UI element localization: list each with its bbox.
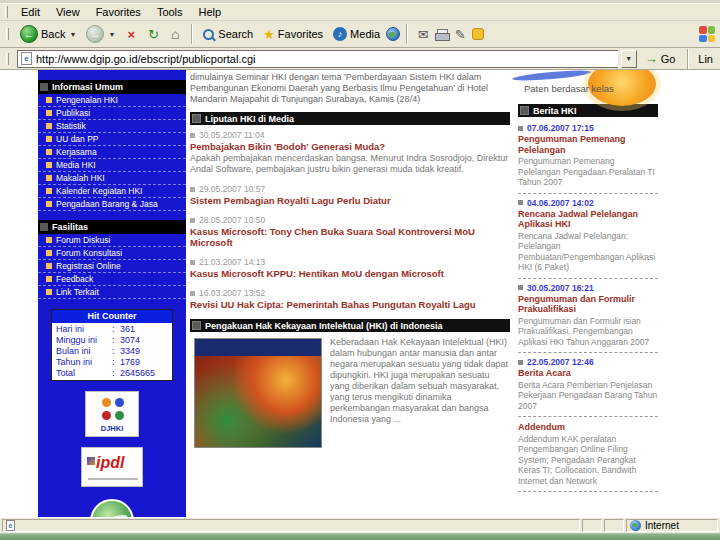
- hit-counter-title: Hit Counter: [52, 310, 172, 323]
- bullet-icon: [46, 263, 52, 269]
- counter-value: 1769: [120, 357, 140, 367]
- intro-text: dimulainya Seminar HKI dengan tema 'Pemb…: [190, 72, 510, 105]
- bullet-icon: [518, 200, 523, 205]
- news-body: Apakah pembajakan mencerdaskan bangsa. M…: [190, 153, 510, 175]
- bullet-icon: [46, 201, 52, 207]
- djhki-logo[interactable]: DJHKI: [85, 391, 139, 437]
- menu-help[interactable]: Help: [191, 5, 230, 19]
- hit-counter-row: Bulan ini3349: [52, 345, 172, 356]
- bullet-icon: [518, 126, 523, 131]
- berita-date: 30.05.2007 16:21: [518, 283, 658, 293]
- back-dropdown-icon[interactable]: ▼: [69, 31, 76, 38]
- berita-title-link[interactable]: Rencana Jadwal Pelelangan Aplikasi HKI: [518, 209, 658, 230]
- zone-label: Internet: [645, 520, 679, 531]
- mail-button[interactable]: ✉: [413, 27, 433, 42]
- print-button[interactable]: [435, 29, 448, 40]
- sidebar-item-kalender[interactable]: Kalender Kegiatan HKI: [38, 185, 186, 198]
- news-title-link[interactable]: Pembajakan Bikin 'Bodoh' Generasi Muda?: [190, 141, 510, 152]
- sidebar-item-label: Link Terkait: [56, 286, 99, 298]
- news-date: 28.05.2007 10:50: [190, 215, 510, 225]
- bullet-icon: [518, 285, 523, 290]
- favorites-button[interactable]: ★ Favorites: [259, 25, 327, 44]
- sidebar-item-statistik[interactable]: Statistik: [38, 120, 186, 133]
- news-item: 30.05.2007 11:04 Pembajakan Bikin 'Bodoh…: [190, 130, 510, 175]
- berita-date: 07.06.2007 17:15: [518, 123, 658, 133]
- news-title-link[interactable]: Kasus Microsoft KPPU: Hentikan MoU denga…: [190, 268, 510, 279]
- counter-value: 361: [120, 324, 135, 334]
- refresh-button[interactable]: ↻: [143, 27, 163, 42]
- main-content: dimulainya Seminar HKI dengan tema 'Pemb…: [190, 72, 510, 450]
- news-title-link[interactable]: Kasus Microsoft: Tony Chen Buka Suara So…: [190, 226, 510, 248]
- sidebar-item-label: Forum Konsultasi: [56, 247, 122, 259]
- news-date: 21.03.2007 14:13: [190, 257, 510, 267]
- banner-swoosh-icon: [512, 70, 592, 82]
- favorites-star-icon: ★: [263, 27, 275, 42]
- menu-tools[interactable]: Tools: [149, 5, 191, 19]
- url-text: http://www.dgip.go.id/ebscript/publicpor…: [36, 53, 256, 65]
- sidebar-item-label: Forum Diskusi: [56, 234, 110, 246]
- taskbar-edge[interactable]: [0, 533, 720, 540]
- section-marker-icon: [192, 114, 201, 123]
- home-button[interactable]: ⌂: [165, 26, 185, 42]
- djhki-logo-label: DJHKI: [86, 424, 138, 433]
- bullet-icon: [46, 188, 52, 194]
- counter-value: 3349: [120, 346, 140, 356]
- sidebar-item-uu-dan-pp[interactable]: UU dan PP: [38, 133, 186, 146]
- toolbar-grip[interactable]: [6, 28, 9, 40]
- ipdl-emblem-icon: [87, 457, 95, 465]
- page-viewport: Informasi Umum Pengenalan HKI Publikasi …: [0, 70, 720, 517]
- partner-logo[interactable]: [90, 499, 134, 517]
- history-globe-icon[interactable]: [386, 27, 400, 41]
- counter-label: Hari ini: [56, 324, 112, 334]
- menu-edit[interactable]: Edit: [13, 5, 48, 19]
- stop-button[interactable]: ×: [121, 27, 141, 42]
- back-button[interactable]: ← Back ▼: [16, 23, 80, 45]
- address-dropdown-button[interactable]: ▼: [621, 50, 637, 68]
- search-button[interactable]: Search: [198, 26, 257, 43]
- berita-title-link[interactable]: Pengumuman dan Formulir Prakualifikasi: [518, 294, 658, 315]
- menu-favorites[interactable]: Favorites: [88, 5, 149, 19]
- sidebar-item-media-hki[interactable]: Media HKI: [38, 159, 186, 172]
- berita-title-link[interactable]: Berita Acara: [518, 368, 658, 379]
- news-title-link[interactable]: Sistem Pembagian Royalti Lagu Perlu Diat…: [190, 195, 510, 206]
- links-label[interactable]: Lin: [695, 53, 716, 65]
- sidebar-item-forum-konsultasi[interactable]: Forum Konsultasi: [38, 247, 186, 260]
- messenger-icon[interactable]: [472, 28, 484, 40]
- media-button[interactable]: ♪ Media: [329, 25, 384, 43]
- address-input[interactable]: e http://www.dgip.go.id/ebscript/publicp…: [17, 50, 618, 68]
- berita-title-link[interactable]: Pengumuman Pemenang Pelelangan: [518, 134, 658, 155]
- sidebar-item-makalah-hki[interactable]: Makalah HKI: [38, 172, 186, 185]
- sidebar-item-pengadaan[interactable]: Pengadaan Barang & Jasa: [38, 198, 186, 211]
- media-section-header: Liputan HKI di Media: [190, 112, 510, 125]
- berita-date: 04.06.2007 14:02: [518, 198, 658, 208]
- site-banner: Paten berdasar kelas: [518, 70, 658, 100]
- menu-view[interactable]: View: [48, 5, 88, 19]
- sidebar-item-publikasi[interactable]: Publikasi: [38, 107, 186, 120]
- forward-button[interactable]: → ▼: [82, 23, 119, 45]
- menu-grip[interactable]: [5, 6, 8, 18]
- berita-hki-header: Berita HKI: [518, 104, 658, 117]
- forward-dropdown-icon[interactable]: ▼: [108, 31, 115, 38]
- toolbar: ← Back ▼ → ▼ × ↻ ⌂ Search ★ Favorites ♪ …: [0, 21, 720, 48]
- sidebar-item-pengenalan-hki[interactable]: Pengenalan HKI: [38, 94, 186, 107]
- news-title-link[interactable]: Revisi UU Hak Cipta: Pemerintah Bahas Pu…: [190, 299, 510, 310]
- edit-page-button[interactable]: ✎: [450, 27, 470, 42]
- section-title: Liputan HKI di Media: [205, 114, 294, 124]
- bullet-icon: [46, 97, 52, 103]
- go-button[interactable]: → Go: [640, 51, 681, 66]
- article-collage-image: [194, 338, 322, 448]
- berita-title-link[interactable]: Addendum: [518, 422, 658, 433]
- sidebar-item-feedback[interactable]: Feedback: [38, 273, 186, 286]
- ipdl-logo[interactable]: ipdl: [81, 447, 143, 487]
- bullet-icon: [46, 123, 52, 129]
- berita-item: 07.06.2007 17:15 Pengumuman Pemenang Pel…: [518, 119, 658, 194]
- sidebar-item-link-terkait[interactable]: Link Terkait: [38, 286, 186, 299]
- sidebar-item-kerjasama[interactable]: Kerjasama: [38, 146, 186, 159]
- bullet-icon: [46, 162, 52, 168]
- status-segment: [604, 519, 624, 532]
- hit-counter-row: Tahun ini1769: [52, 356, 172, 367]
- address-grip[interactable]: [6, 53, 9, 65]
- counter-colon: [112, 335, 120, 345]
- sidebar-item-forum-diskusi[interactable]: Forum Diskusi: [38, 234, 186, 247]
- sidebar-item-registrasi-online[interactable]: Registrasi Online: [38, 260, 186, 273]
